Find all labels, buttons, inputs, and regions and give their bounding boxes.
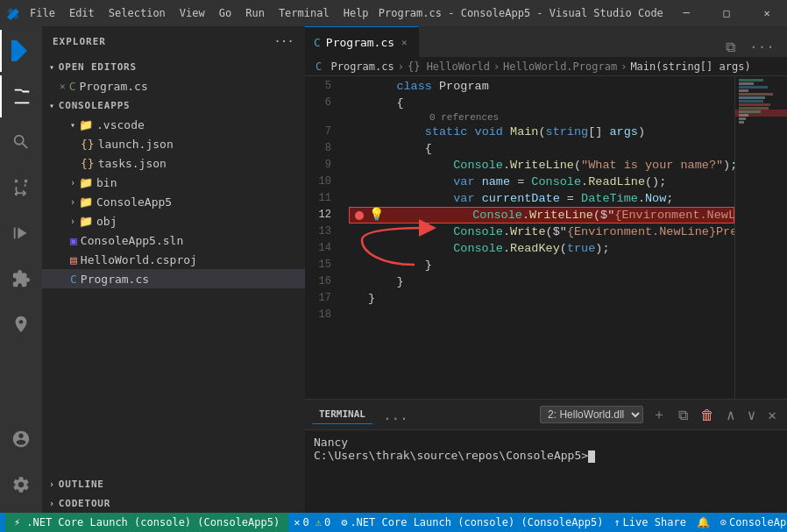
- menu-file[interactable]: File: [23, 5, 62, 21]
- breadcrumb: C Program.cs › {} HelloWorld › HelloWorl…: [305, 57, 787, 76]
- tree-bin-folder[interactable]: › 📁 bin: [42, 173, 305, 192]
- kill-terminal-button[interactable]: 🗑: [697, 405, 718, 425]
- error-count: 0: [302, 516, 308, 528]
- tab-close-button[interactable]: ✕: [400, 35, 409, 50]
- line-num-12: 12: [305, 207, 340, 223]
- status-solution[interactable]: ⊙ ConsoleApp5.sln: [715, 513, 787, 532]
- terminal-tab[interactable]: TERMINAL: [312, 405, 372, 424]
- menu-help[interactable]: Help: [337, 5, 376, 21]
- split-editor-button[interactable]: ⧉: [720, 37, 741, 57]
- tree-obj-folder[interactable]: › 📁 obj: [42, 211, 305, 231]
- tree-vscode-folder[interactable]: ▾ 📁 .vscode: [42, 115, 305, 134]
- line-num-16: 16: [305, 273, 340, 290]
- terminal-more-button[interactable]: ...: [379, 405, 412, 425]
- breakpoint-12[interactable]: [355, 211, 364, 220]
- activity-icon-source-control[interactable]: [0, 167, 42, 209]
- code-line-15: }: [349, 257, 734, 273]
- consoleapp5-chevron: ▾: [49, 101, 55, 110]
- line-num-17: 17: [305, 290, 340, 307]
- tab-program-cs[interactable]: C Program.cs ✕: [305, 26, 419, 57]
- tab-actions: ⧉ ···: [720, 37, 787, 57]
- terminal-close-button[interactable]: ✕: [764, 405, 780, 425]
- sidebar: Explorer ··· ▾ OPEN EDITORS ✕ C Program.…: [42, 26, 305, 513]
- menu-terminal[interactable]: Terminal: [272, 5, 337, 21]
- open-editor-program-cs[interactable]: ✕ C Program.cs: [42, 76, 305, 96]
- line-num-9: 9: [305, 157, 340, 174]
- terminal-expand-button[interactable]: ∧: [723, 405, 739, 425]
- tree-consoleapp5-folder[interactable]: › 📁 ConsoleApp5: [42, 192, 305, 211]
- breadcrumb-program[interactable]: HelloWorld.Program: [503, 60, 617, 73]
- menu-go[interactable]: Go: [212, 5, 238, 21]
- menu-selection[interactable]: Selection: [102, 5, 173, 21]
- activity-icon-run[interactable]: [0, 212, 42, 254]
- title-bar: File Edit Selection View Go Run Terminal…: [0, 0, 787, 26]
- tree-program-cs[interactable]: C Program.cs: [42, 269, 305, 288]
- csproj-icon: ▤: [70, 253, 77, 266]
- tasks-json-name: tasks.json: [98, 157, 167, 170]
- tree-sln-file[interactable]: ▣ ConsoleApp5.sln: [42, 231, 305, 250]
- breadcrumb-main[interactable]: Main(string[] args): [630, 60, 750, 73]
- code-line-11: var currentDate = DateTime.Now;: [349, 190, 734, 207]
- vscode-logo: [7, 7, 19, 19]
- minimize-button[interactable]: ─: [666, 0, 706, 26]
- line-num-18: 18: [305, 307, 340, 323]
- codetour-section[interactable]: › CODETOUR: [42, 493, 305, 513]
- status-remote[interactable]: ⚡ .NET Core Launch (console) (ConsoleApp…: [5, 513, 288, 532]
- open-editor-close-icon[interactable]: ✕: [60, 81, 66, 92]
- live-share-label: Live Share: [623, 516, 686, 528]
- status-live-share[interactable]: ↑ Live Share: [608, 513, 691, 532]
- consoleapp5-section[interactable]: ▾ CONSOLEAPP5: [42, 96, 305, 115]
- outline-label: OUTLINE: [59, 479, 104, 490]
- activity-icon-settings[interactable]: [0, 464, 42, 506]
- new-terminal-button[interactable]: ＋: [649, 404, 670, 426]
- sidebar-more-icon[interactable]: ···: [274, 36, 294, 47]
- title-bar-controls: ─ □ ✕: [666, 0, 787, 26]
- split-terminal-button[interactable]: ⧉: [675, 405, 691, 425]
- code-line-13: Console.Write($"{Environment.NewLine}Pre…: [349, 223, 734, 240]
- menu-view[interactable]: View: [173, 5, 212, 21]
- menu-run[interactable]: Run: [238, 5, 272, 21]
- status-bar: ⚡ .NET Core Launch (console) (ConsoleApp…: [0, 513, 787, 532]
- ca5-folder-name: ConsoleApp5: [96, 195, 172, 209]
- open-editors-label: OPEN EDITORS: [59, 61, 137, 73]
- activity-icon-files[interactable]: [0, 75, 42, 117]
- remote-label: .NET Core Launch (console) (ConsoleApp5): [26, 516, 280, 528]
- sln-filename: ConsoleApp5.sln: [81, 234, 183, 247]
- folder-icon: 📁: [79, 118, 93, 131]
- code-line-17: }: [349, 290, 734, 307]
- code-content[interactable]: class Program { 0 references static void…: [349, 76, 734, 399]
- activity-icon-explorer[interactable]: [0, 30, 42, 72]
- terminal-collapse-button[interactable]: ∨: [744, 405, 760, 425]
- close-button[interactable]: ✕: [747, 0, 787, 26]
- tree-csproj-file[interactable]: ▤ HelloWorld.csproj: [42, 250, 305, 269]
- menu-edit[interactable]: Edit: [62, 5, 102, 21]
- status-bell[interactable]: 🔔: [691, 513, 715, 532]
- tree-tasks-json[interactable]: {} tasks.json: [42, 153, 305, 173]
- gutter-12: [350, 211, 369, 220]
- bulb-icon-12[interactable]: 💡: [369, 207, 384, 223]
- ca5-folder-icon: 📁: [79, 195, 93, 209]
- breadcrumb-helloworld[interactable]: {} HelloWorld: [408, 60, 490, 73]
- warning-icon: ⚠: [316, 516, 322, 528]
- maximize-button[interactable]: □: [706, 0, 747, 26]
- activity-icon-search[interactable]: [0, 121, 42, 163]
- sidebar-footer: › OUTLINE › CODETOUR: [42, 474, 305, 513]
- activity-icon-extensions[interactable]: [0, 258, 42, 300]
- line-num-5: 5: [305, 78, 340, 95]
- open-editors-section[interactable]: ▾ OPEN EDITORS: [42, 57, 305, 76]
- active-cs-icon: C: [70, 273, 77, 286]
- terminal-body[interactable]: Nancy C:\Users\thrak\source\repos\Consol…: [305, 430, 787, 513]
- outline-section[interactable]: › OUTLINE: [42, 474, 305, 493]
- more-tabs-button[interactable]: ···: [744, 37, 780, 57]
- breadcrumb-program-cs[interactable]: C Program.cs: [316, 60, 394, 73]
- terminal-instance-select[interactable]: 2: HelloWorld.dll 1: bash: [540, 406, 643, 423]
- terminal-panel: TERMINAL ... 2: HelloWorld.dll 1: bash ＋…: [305, 399, 787, 513]
- activity-icon-accounts[interactable]: [0, 418, 42, 460]
- code-editor[interactable]: 5 6 7 8 9 10 11 12 13 14 15 16 17 18: [305, 76, 787, 399]
- sidebar-title: Explorer: [53, 36, 106, 47]
- status-dotnet[interactable]: ⚙ .NET Core Launch (console) (ConsoleApp…: [336, 513, 608, 532]
- tree-launch-json[interactable]: {} launch.json: [42, 134, 305, 153]
- activity-icon-remote[interactable]: [0, 303, 42, 345]
- dotnet-label: .NET Core Launch (console) (ConsoleApp5): [350, 516, 603, 528]
- status-errors[interactable]: ✕ 0 ⚠ 0: [288, 513, 336, 532]
